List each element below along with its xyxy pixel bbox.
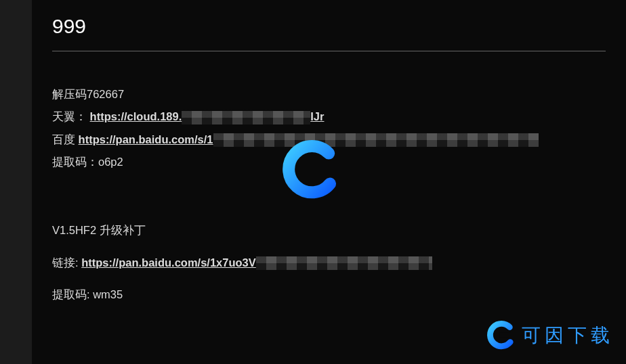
- tianyi-link-tail[interactable]: IJr: [310, 110, 324, 122]
- svg-rect-1: [499, 333, 510, 338]
- extract-code-2: wm35: [93, 288, 123, 300]
- svg-rect-0: [308, 164, 330, 174]
- c-logo-icon: [281, 139, 342, 200]
- baidu-link[interactable]: https://pan.baidu.com/s/1: [79, 133, 213, 145]
- corner-watermark: 可因下载: [486, 317, 614, 353]
- brand-text: 可因下载: [522, 317, 614, 353]
- page-title: 999: [52, 7, 606, 45]
- tianyi-label: 天翼：: [52, 110, 87, 122]
- extract-code-1: o6p2: [98, 156, 123, 168]
- extract-code-line-2: 提取码: wm35: [52, 284, 606, 305]
- patch-link[interactable]: https://pan.baidu.com/s/1x7uo3V: [81, 256, 256, 269]
- patch-link-label: 链接:: [52, 256, 81, 269]
- patch-link-line: 链接: https://pan.baidu.com/s/1x7uo3V: [52, 252, 606, 273]
- center-watermark-logo: [281, 139, 342, 200]
- left-gutter: [0, 0, 32, 364]
- censored-region: [256, 256, 432, 270]
- censored-region: [213, 133, 539, 147]
- patch-title-line: V1.5HF2 升级补丁: [52, 220, 606, 241]
- unzip-code-text: 解压码762667: [52, 88, 124, 100]
- divider: [52, 51, 606, 51]
- censored-region: [182, 111, 310, 124]
- tianyi-line: 天翼： https://cloud.189.IJr: [52, 106, 606, 127]
- c-logo-icon: [486, 320, 516, 350]
- baidu-label: 百度: [52, 133, 79, 145]
- patch-title: V1.5HF2 升级补丁: [52, 224, 146, 236]
- extract-label-1: 提取码：: [52, 156, 98, 168]
- unzip-code-line: 解压码762667: [52, 84, 606, 105]
- tianyi-link[interactable]: https://cloud.189.: [90, 110, 182, 122]
- extract-label-2: 提取码:: [52, 288, 93, 300]
